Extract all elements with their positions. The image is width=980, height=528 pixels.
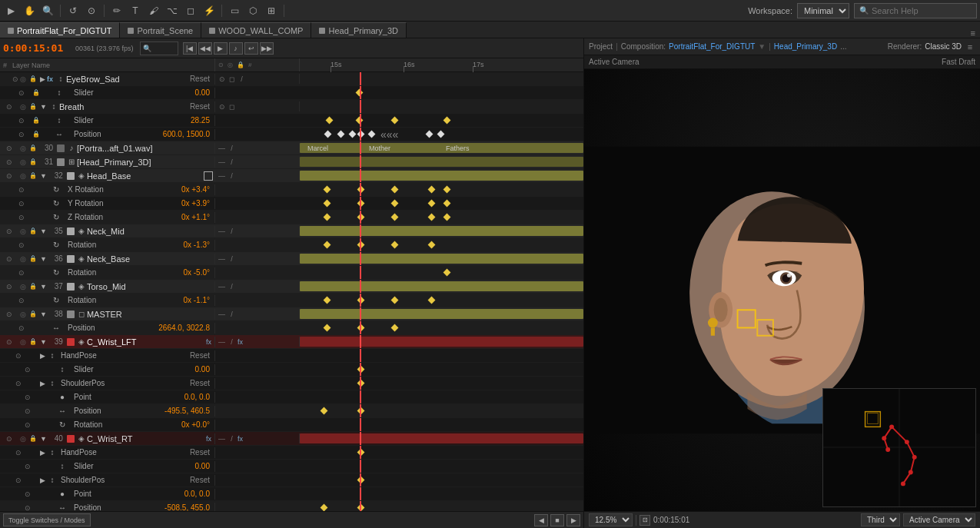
kf-rnd[interactable] <box>428 241 436 249</box>
vis-icon-rnb[interactable]: ⊙ <box>18 269 32 277</box>
clone-icon[interactable]: ⌥ <box>164 3 180 18</box>
kf-pos1e[interactable] <box>368 131 376 138</box>
lock-icon[interactable]: 🔒 <box>29 75 38 82</box>
next-kf-btn[interactable]: ▶ <box>566 514 580 526</box>
kf-yrotc[interactable] <box>391 200 399 208</box>
comp-tab-1[interactable]: Composition: <box>621 42 666 51</box>
kf-yrota[interactable] <box>324 200 331 208</box>
vis-icon-ptrt[interactable]: ⊙ <box>25 490 38 498</box>
hand-tool-icon[interactable]: ✋ <box>22 3 37 18</box>
vis-icon-zrot[interactable]: ⊙ <box>18 214 32 221</box>
lock-icon6[interactable]: 🔒 <box>29 144 38 151</box>
color-swatch-37[interactable] <box>67 283 75 291</box>
layer-value-shl[interactable]: 0.00 <box>195 365 213 374</box>
layer-name-37[interactable]: Torso_Mid <box>87 282 213 291</box>
layer-name-39[interactable]: C_Wrist_LFT <box>87 337 204 347</box>
kf-rta[interactable] <box>324 297 331 304</box>
move-in-btn[interactable]: |◀ <box>183 42 197 55</box>
layer-name-36[interactable]: Neck_Base <box>87 254 213 264</box>
kf-sl2c[interactable] <box>391 117 399 125</box>
3d-icon[interactable]: ⊞ <box>264 3 279 18</box>
sw-36b[interactable]: / <box>227 254 237 264</box>
color-swatch-39[interactable] <box>67 338 75 346</box>
sw-b1[interactable]: ⊙ <box>217 101 227 111</box>
layer-value-xrot[interactable]: 0x +3.4° <box>181 185 213 194</box>
kf-poslft-a[interactable] <box>321 407 328 415</box>
sw-30b[interactable]: / <box>227 143 237 153</box>
solo-icon13[interactable]: ◎ <box>20 338 29 346</box>
vis-icon9[interactable]: ⊙ <box>6 227 20 235</box>
vis-icon12[interactable]: ⊙ <box>6 310 20 318</box>
play-btn[interactable]: ▶ <box>214 42 228 55</box>
kf-yrotd[interactable] <box>428 200 436 208</box>
sw-39b[interactable]: / <box>227 337 237 347</box>
vis-icon13[interactable]: ⊙ <box>6 338 20 346</box>
sw-36a[interactable]: — <box>217 254 227 264</box>
layer-name-breath[interactable]: Breath <box>59 102 190 111</box>
layer-name-35[interactable]: Neck_Mid <box>87 227 213 236</box>
layer-value-rt[interactable]: 0x -1.1° <box>183 296 213 304</box>
sw-40b[interactable]: / <box>227 433 237 443</box>
layer-value-slrt[interactable]: 0.00 <box>195 462 213 470</box>
arrow-tool-icon[interactable]: ▶ <box>3 3 18 18</box>
tab-portraitflat[interactable]: PortraitFlat_For_DIGTUT <box>0 22 120 38</box>
rotate-icon[interactable]: ↺ <box>65 3 81 18</box>
vis-icon-yrot[interactable]: ⊙ <box>18 200 32 208</box>
ram-preview-btn[interactable]: ▶▶ <box>260 42 274 55</box>
lock-icon9[interactable]: 🔒 <box>29 227 38 234</box>
vis-icon3[interactable]: ⊙ <box>6 103 20 111</box>
project-tab[interactable]: Project <box>589 42 613 51</box>
comp-link-head[interactable]: Head_Primary_3D <box>774 42 837 51</box>
solo-icon10[interactable]: ◎ <box>20 255 29 263</box>
text-tool-icon[interactable]: T <box>128 3 143 18</box>
lock-icon7[interactable]: 🔒 <box>29 158 38 165</box>
audio-btn[interactable]: ♪ <box>229 42 243 55</box>
kf-xrotc[interactable] <box>391 186 399 194</box>
vis-icon-rn[interactable]: ⊙ <box>18 241 32 249</box>
vis-icon-slrt[interactable]: ⊙ <box>25 463 38 470</box>
sw-32b[interactable]: / <box>227 171 237 181</box>
layer-name-eyebrow[interactable]: EyeBrow_Sad <box>66 75 190 84</box>
solo-icon8[interactable]: ◎ <box>20 172 29 180</box>
panel-menu-icon[interactable]: ≡ <box>966 28 980 38</box>
lock-icon12[interactable]: 🔒 <box>29 310 38 317</box>
layer-value-rnb[interactable]: 0x -5.0° <box>183 268 213 277</box>
puppet-icon[interactable]: ⚡ <box>201 3 217 18</box>
sw1[interactable]: ⊙ <box>217 74 227 84</box>
search-layers[interactable]: 🔍 <box>140 42 178 55</box>
layer-value-ptrt[interactable]: 0.0, 0.0 <box>184 490 213 498</box>
tab-portrait-scene[interactable]: Portrait_Scene <box>120 22 201 38</box>
layer-name-40[interactable]: C_Wrist_RT <box>87 434 204 443</box>
kf-xrotd[interactable] <box>428 186 436 194</box>
sw-40a[interactable]: — <box>217 433 227 443</box>
expand-icon-36[interactable]: ▼ <box>40 255 47 263</box>
comp-more-btn[interactable]: ... <box>840 42 846 51</box>
expand-icon-hp[interactable]: ▶ <box>40 352 45 360</box>
loop-btn[interactable]: ↩ <box>244 42 258 55</box>
vis-icon-hp[interactable]: ⊙ <box>15 352 29 360</box>
vis-icon-sprt[interactable]: ⊙ <box>15 477 29 484</box>
sw-39a[interactable]: — <box>217 337 227 347</box>
layer-value-rotlft[interactable]: 0x +0.0° <box>181 420 213 429</box>
stop-btn[interactable]: ■ <box>550 514 564 526</box>
vis-icon14[interactable]: ⊙ <box>6 435 20 443</box>
kf-zrotd[interactable] <box>428 214 436 221</box>
vis-icon[interactable]: ⊙ <box>6 75 20 83</box>
sw3[interactable]: / <box>237 74 247 84</box>
kf-pos1f[interactable] <box>426 131 434 138</box>
lock-icon11[interactable]: 🔒 <box>29 283 38 290</box>
layer-value-poslft[interactable]: -495.5, 460.5 <box>164 407 213 415</box>
options-icon[interactable]: ≡ <box>965 42 975 52</box>
vis-icon-ptl[interactable]: ⊙ <box>25 394 38 401</box>
kf-pos1g[interactable] <box>437 131 445 138</box>
lock-icon2[interactable]: 🔒 <box>32 89 42 96</box>
vis-icon-sp[interactable]: ⊙ <box>15 380 29 387</box>
fit-btn[interactable]: ⊡ <box>639 515 650 526</box>
roto-icon[interactable]: ⬡ <box>245 3 261 18</box>
kf-zrotc[interactable] <box>391 214 399 221</box>
zoom-tool-icon[interactable]: 🔍 <box>40 3 55 18</box>
kf-sl2d[interactable] <box>443 117 451 125</box>
view-select[interactable]: Third <box>861 513 900 526</box>
kf-pos1a[interactable] <box>324 131 332 138</box>
expand-icon-37[interactable]: ▼ <box>40 283 47 291</box>
